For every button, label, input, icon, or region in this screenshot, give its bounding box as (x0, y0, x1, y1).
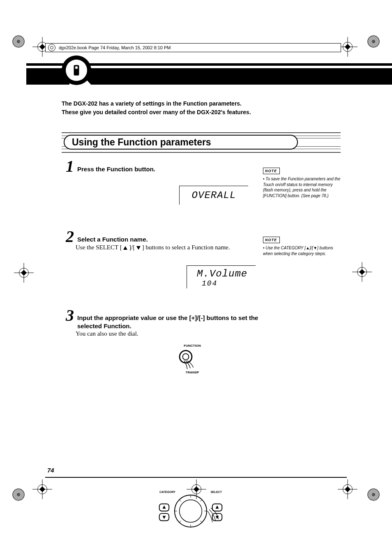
registration-target-icon (355, 265, 369, 279)
note-callout: NOTE Use the CATEGORY [▲]/[▼] buttons wh… (263, 237, 341, 256)
svg-line-12 (180, 520, 181, 522)
lcd-text: OVERALL (192, 190, 236, 201)
lcd-display: M.Volume 104 (187, 265, 256, 288)
step-number: 3 (66, 306, 74, 325)
lcd-display: OVERALL (179, 186, 248, 205)
book-header-text: dgx202e.book Page 74 Friday, March 15, 2… (59, 45, 171, 50)
intro-text: The DGX-202 has a variety of settings in… (62, 99, 325, 117)
svg-point-1 (75, 66, 78, 69)
crop-mark-icon (12, 35, 25, 48)
section-header: Using the Function parameters (62, 130, 341, 155)
note-callout: NOTE To save the Function parameters and… (263, 168, 341, 198)
step-heading: Press the Function button. (77, 166, 155, 173)
step-heading: Input the appropriate value or use the [… (77, 314, 266, 330)
svg-marker-19 (216, 505, 219, 509)
note-label: NOTE (263, 168, 280, 174)
svg-line-11 (200, 500, 202, 502)
page-title-banner: Function (26, 63, 392, 85)
registration-target-icon (35, 482, 50, 497)
svg-marker-17 (163, 516, 166, 519)
lcd-text: M.Volume (197, 268, 247, 279)
svg-marker-15 (163, 505, 166, 509)
crop-mark-icon (367, 35, 380, 48)
svg-line-13 (200, 520, 202, 522)
page-number: 74 (47, 467, 54, 474)
page-rule (45, 477, 347, 478)
triangle-down-icon (136, 246, 141, 250)
ring-icon (48, 44, 55, 51)
note-text: To save the Function parameters and the … (263, 176, 341, 198)
page-title: Function (99, 66, 185, 88)
step-body: Use the SELECT [ ]/[ ] buttons to select… (76, 244, 256, 251)
step-number: 2 (66, 227, 74, 246)
book-header-bar: dgx202e.book Page 74 Friday, March 15, 2… (45, 43, 341, 52)
dial-illustration: CATEGORY SELECT (158, 491, 224, 531)
svg-point-5 (180, 500, 202, 523)
registration-target-icon (340, 39, 355, 54)
triangle-up-icon (123, 246, 127, 250)
step-body: You can also use the dial. (76, 330, 138, 337)
intro-line: The DGX-202 has a variety of settings in… (62, 99, 325, 108)
label: CATEGORY (159, 491, 175, 493)
step-heading: Select a Function name. (77, 236, 148, 243)
svg-line-10 (180, 500, 181, 502)
function-icon (66, 60, 87, 81)
intro-line: These give you detailed control over man… (62, 108, 325, 117)
crop-mark-icon (12, 488, 25, 501)
registration-target-icon (16, 265, 31, 280)
step-3: 3 Input the appropriate value or use the… (66, 312, 329, 407)
lcd-value: 104 (202, 279, 217, 288)
note-text: Use the CATEGORY [▲]/[▼] buttons when se… (263, 245, 341, 256)
note-label: NOTE (263, 237, 280, 243)
step-number: 1 (66, 157, 74, 176)
crop-mark-icon (367, 488, 380, 501)
label: SELECT (210, 491, 222, 493)
registration-target-icon (340, 482, 355, 497)
section-title: Using the Function parameters (64, 135, 298, 150)
